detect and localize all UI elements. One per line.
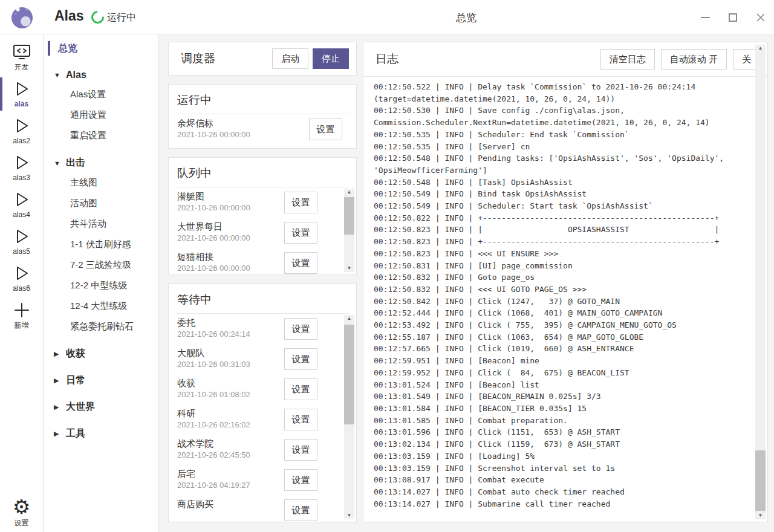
title-bar: Alas 运行中 总览 <box>0 0 774 34</box>
rail-item-label: 新增 <box>15 321 29 329</box>
nav-item-活动图[interactable]: 活动图 <box>44 193 158 213</box>
autoscroll-on-button[interactable]: 自动滚动 开 <box>661 49 727 70</box>
rail-item-label: alas6 <box>13 284 30 293</box>
log-line: 00:12:50.535 | INFO | [Server] cn <box>374 141 750 153</box>
scheduler-title: 调度器 <box>181 51 215 66</box>
rail-item-alas5[interactable]: alas5 <box>0 224 43 259</box>
rail-item-alas2[interactable]: alas2 <box>0 113 43 149</box>
alas-logo-icon <box>10 5 34 29</box>
rail-item-alas4[interactable]: alas4 <box>0 187 43 222</box>
rail-item-label: alas4 <box>13 210 30 219</box>
log-line: 00:12:50.823 | INFO | | OPSIASHASSIST | <box>374 224 750 236</box>
log-line: 00:12:50.548 | INFO | Pending tasks: ['O… <box>374 152 750 164</box>
nav-item-总览[interactable]: 总览 <box>44 39 158 57</box>
scroll-down-icon[interactable]: ▼ <box>344 512 354 519</box>
task-setting-button[interactable]: 设置 <box>284 439 317 461</box>
log-scrollbar[interactable]: ▲ ▼ <box>755 45 766 519</box>
nav-item-重启设置[interactable]: 重启设置 <box>44 125 158 146</box>
task-nav: 总览▼AlasAlas设置通用设置重启设置▼出击主线图活动图共斗活动1-1 伏击… <box>44 34 158 532</box>
nav-group-label: 大世界 <box>66 401 95 414</box>
scroll-down-icon[interactable]: ▼ <box>755 512 766 519</box>
waiting-scrollbar[interactable]: ▲ ▼ <box>344 315 354 519</box>
scroll-up-icon[interactable]: ▲ <box>344 315 354 322</box>
nav-group-label: Alas <box>66 70 86 80</box>
log-line: 00:12:53.492 | INFO | Click ( 755, 395) … <box>374 319 750 331</box>
main-content: 调度器 启动 停止 运行中 余烬信标2021-10-26 00:00:00设置 … <box>158 34 774 532</box>
waiting-title: 等待中 <box>169 284 356 313</box>
log-line: 00:13:14.027 | INFO | Combat auto check … <box>374 486 750 498</box>
nav-item-紧急委托刷钻石[interactable]: 紧急委托刷钻石 <box>44 316 158 337</box>
task-row: 大舰队2021-10-26 00:31:03设置 <box>169 344 342 374</box>
nav-group-出击[interactable]: ▼出击 <box>44 154 158 172</box>
scroll-down-icon[interactable]: ▼ <box>344 265 354 272</box>
play-icon <box>11 190 32 209</box>
rail-item-alas[interactable]: alas <box>0 76 43 112</box>
close-button[interactable] <box>755 11 767 24</box>
chevron-down-icon: ▼ <box>54 71 61 79</box>
maximize-button[interactable] <box>727 11 739 24</box>
log-line: 00:13:02.134 | INFO | Click (1159, 673) … <box>374 438 750 450</box>
running-card: 运行中 余烬信标2021-10-26 00:00:00设置 <box>168 84 357 149</box>
task-setting-button[interactable]: 设置 <box>284 469 317 491</box>
task-setting-button[interactable]: 设置 <box>284 348 317 370</box>
nav-item-7-2 三战捡垃圾[interactable]: 7-2 三战捡垃圾 <box>44 255 158 275</box>
scroll-up-icon[interactable]: ▲ <box>755 45 766 52</box>
log-header: 日志 清空日志 自动滚动 开 关 <box>363 42 767 77</box>
nav-item-12-2 中型练级[interactable]: 12-2 中型练级 <box>44 275 158 296</box>
start-button[interactable]: 启动 <box>272 48 308 69</box>
log-line: 00:13:14.027 | INFO | Submarine call tim… <box>374 498 750 510</box>
stop-button[interactable]: 停止 <box>313 48 349 69</box>
nav-item-Alas设置[interactable]: Alas设置 <box>44 84 158 105</box>
play-icon <box>11 227 32 246</box>
scrollbar-thumb[interactable] <box>344 325 354 424</box>
nav-item-通用设置[interactable]: 通用设置 <box>44 105 158 125</box>
log-line: 00:13:01.585 | INFO | Combat preparation… <box>374 415 750 427</box>
minimize-button[interactable] <box>699 11 711 24</box>
nav-group-收获[interactable]: ▶收获 <box>44 345 158 363</box>
code-monitor-icon <box>11 42 32 62</box>
task-setting-button[interactable]: 设置 <box>284 318 317 340</box>
log-line: 00:13:01.549 | INFO | [BEACON_REMAIN 0.0… <box>374 391 750 403</box>
task-row: 短猫相接2021-10-26 00:00:00设置 <box>169 248 342 274</box>
log-line: 00:12:50.522 | INFO | Delay task `Commis… <box>374 81 750 93</box>
chevron-right-icon: ▶ <box>54 403 61 411</box>
task-setting-button[interactable]: 设置 <box>284 378 317 400</box>
task-setting-button[interactable]: 设置 <box>309 118 342 140</box>
scrollbar-thumb[interactable] <box>344 197 354 235</box>
log-line: 00:12:50.823 | INFO | <<< UI ENSURE >>> <box>374 248 750 260</box>
task-setting-button[interactable]: 设置 <box>284 409 317 430</box>
task-row: 委托2021-10-26 00:24:14设置 <box>169 314 342 344</box>
nav-group-大世界[interactable]: ▶大世界 <box>44 398 158 417</box>
scrollbar-thumb[interactable] <box>755 450 766 511</box>
task-setting-button[interactable]: 设置 <box>284 499 317 521</box>
nav-group-label: 出击 <box>66 157 85 169</box>
log-output[interactable]: 00:12:50.522 | INFO | Delay task `Commis… <box>374 81 750 518</box>
log-line: 00:12:50.832 | INFO | Goto page_os <box>374 271 750 284</box>
rail-item-alas3[interactable]: alas3 <box>0 150 43 186</box>
running-title: 运行中 <box>169 85 356 114</box>
queue-scrollbar[interactable]: ▲ ▼ <box>344 189 354 272</box>
task-setting-button[interactable]: 设置 <box>284 192 317 213</box>
nav-group-工具[interactable]: ▶工具 <box>44 424 158 443</box>
nav-item-共斗活动[interactable]: 共斗活动 <box>44 213 158 234</box>
chevron-down-icon: ▼ <box>54 160 61 167</box>
nav-item-12-4 大型练级[interactable]: 12-4 大型练级 <box>44 296 158 316</box>
clear-log-button[interactable]: 清空日志 <box>600 49 655 70</box>
log-line: Commission.Scheduler.NextRun=datetime.da… <box>374 117 750 129</box>
task-setting-button[interactable]: 设置 <box>284 252 317 274</box>
nav-item-主线图[interactable]: 主线图 <box>44 172 158 193</box>
nav-group-label: 收获 <box>66 348 85 360</box>
rail-item-add[interactable]: 新增 <box>0 297 43 333</box>
log-line: 00:12:50.831 | INFO | [UI] page_commissi… <box>374 260 750 272</box>
nav-group-Alas[interactable]: ▼Alas <box>44 65 158 84</box>
chevron-right-icon: ▶ <box>54 350 61 358</box>
task-setting-button[interactable]: 设置 <box>284 222 317 244</box>
nav-item-1-1 伏击刷好感[interactable]: 1-1 伏击刷好感 <box>44 234 158 255</box>
rail-item-alas6[interactable]: alas6 <box>0 261 43 296</box>
rail-item-dev[interactable]: 开发 <box>0 39 43 75</box>
scroll-up-icon[interactable]: ▲ <box>344 189 354 196</box>
rail-item-settings[interactable]: ⚙ 设置 <box>0 497 43 527</box>
nav-group-日常[interactable]: ▶日常 <box>44 371 158 390</box>
log-line: 00:13:03.159 | INFO | [Loading] 5% <box>374 450 750 462</box>
log-title: 日志 <box>376 51 398 67</box>
